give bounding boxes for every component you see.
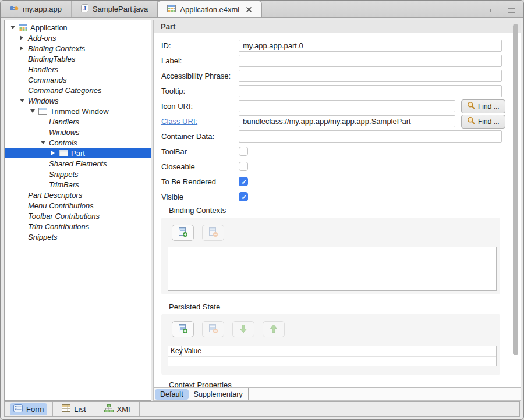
- tree-item-trim-contributions[interactable]: Trim Contributions: [5, 221, 151, 232]
- icon-uri-find-button[interactable]: Find ...: [461, 99, 505, 113]
- part-icon: [59, 150, 68, 156]
- visible-checkbox[interactable]: [239, 192, 248, 201]
- tree-item-menu-contributions[interactable]: Menu Contributions: [5, 200, 151, 211]
- closeable-checkbox-label: Closeable: [161, 162, 239, 171]
- tree-item-commands[interactable]: Commands: [5, 74, 151, 85]
- tree-item-tw-snippets[interactable]: Snippets: [5, 169, 151, 179]
- accessibility-phrase-input[interactable]: [239, 70, 502, 82]
- toolbar-checkbox-label: ToolBar: [161, 147, 239, 156]
- detail-title: Part: [154, 20, 521, 33]
- plugin-icon: [10, 4, 19, 14]
- chevron-down-icon[interactable]: [41, 141, 45, 144]
- page-tab-xmi[interactable]: XMI: [95, 402, 140, 416]
- page-tab-list[interactable]: List: [53, 402, 95, 416]
- binding-contexts-section: [161, 218, 500, 294]
- tree-item-application[interactable]: Application: [5, 22, 151, 33]
- to-be-rendered-checkbox-label: To Be Rendered: [161, 177, 239, 186]
- application-model-icon: [19, 24, 27, 31]
- arrow-up-icon: [270, 324, 278, 335]
- chevron-right-icon[interactable]: [20, 46, 23, 51]
- persisted-state-table: Key Value: [168, 346, 497, 366]
- container-data-input[interactable]: [239, 130, 502, 143]
- toolbar-checkbox[interactable]: [239, 147, 248, 156]
- table-header: Key Value: [168, 346, 496, 357]
- icon-uri-input[interactable]: [239, 100, 455, 112]
- maximize-icon[interactable]: [508, 6, 515, 13]
- persisted-state-title: Persisted State: [161, 302, 521, 312]
- label-input[interactable]: [239, 55, 502, 67]
- scrollbar-thumb[interactable]: [513, 24, 518, 355]
- table-row[interactable]: [168, 357, 496, 366]
- tree-item-shared-elements[interactable]: Shared Elements: [5, 158, 151, 169]
- container-data-label: Container Data:: [161, 132, 239, 141]
- tab-label: Application.e4xmi: [180, 5, 239, 14]
- label-label: Label:: [161, 56, 239, 65]
- application-model-icon: [167, 5, 176, 14]
- chevron-down-icon[interactable]: [10, 26, 15, 29]
- tree-item-bindingtables[interactable]: BindingTables: [5, 54, 151, 64]
- tree-item-part[interactable]: Part: [5, 148, 151, 158]
- visible-checkbox-label: Visible: [161, 193, 239, 201]
- tab-samplepart-java[interactable]: J SamplePart.java: [72, 1, 158, 17]
- chevron-right-icon[interactable]: [51, 151, 55, 155]
- context-properties-title: Context Properties: [161, 380, 521, 387]
- svg-text:J: J: [83, 5, 87, 12]
- chevron-down-icon[interactable]: [30, 109, 35, 113]
- tree-item-part-descriptors[interactable]: Part Descriptors: [5, 190, 151, 200]
- icon-uri-label: Icon URI:: [161, 102, 239, 111]
- minimize-icon[interactable]: [490, 9, 498, 12]
- class-uri-find-button[interactable]: Find ...: [461, 115, 505, 129]
- page-tab-label: XMI: [117, 405, 130, 414]
- to-be-rendered-checkbox[interactable]: [239, 177, 248, 186]
- binding-contexts-title: Binding Contexts: [161, 206, 521, 215]
- tree-item-trimbars[interactable]: TrimBars: [5, 179, 151, 190]
- tree-item-command-categories[interactable]: Command Categories: [5, 85, 151, 95]
- tree-item-add-ons[interactable]: Add-ons: [5, 33, 151, 43]
- tree-item-snippets[interactable]: Snippets: [5, 232, 151, 242]
- model-tree-panel: Application Add-ons Binding Contexts Bin…: [4, 20, 151, 401]
- binding-contexts-add-button[interactable]: [172, 225, 194, 241]
- tooltip-label: Tooltip:: [161, 87, 239, 95]
- detail-tab-bar: Default Supplementary: [154, 387, 521, 400]
- page-tab-label: List: [74, 405, 86, 414]
- class-uri-input[interactable]: [239, 115, 455, 127]
- closeable-checkbox[interactable]: [239, 162, 248, 171]
- form-icon: [13, 404, 23, 414]
- tree-item-trimmed-window[interactable]: Trimmed Window: [5, 106, 151, 116]
- class-uri-link[interactable]: Class URI:: [161, 117, 239, 126]
- persisted-state-move-down-button[interactable]: [232, 321, 254, 337]
- tab-application-e4xmi[interactable]: Application.e4xmi: [157, 1, 262, 17]
- close-icon[interactable]: [246, 6, 252, 13]
- magnifier-icon: [467, 101, 475, 111]
- window-controls: [490, 6, 515, 13]
- tab-default[interactable]: Default: [155, 389, 189, 400]
- page-tab-label: Form: [26, 405, 44, 414]
- remove-item-icon: [208, 323, 218, 336]
- tree-item-binding-contexts[interactable]: Binding Contexts: [5, 43, 151, 54]
- chevron-down-icon[interactable]: [20, 99, 24, 102]
- tab-supplementary[interactable]: Supplementary: [189, 388, 249, 400]
- part-form: ID: Label: Accessibility Phrase: Tooltip…: [154, 33, 521, 387]
- page-tab-form[interactable]: Form: [5, 402, 53, 416]
- key-column-header: Key: [168, 346, 182, 356]
- tree-item-toolbar-contributions[interactable]: Toolbar Contributions: [5, 211, 151, 221]
- tree-item-controls[interactable]: Controls: [5, 137, 151, 148]
- binding-contexts-remove-button[interactable]: [202, 225, 224, 241]
- tooltip-input[interactable]: [239, 85, 502, 97]
- tree-item-tw-handlers[interactable]: Handlers: [5, 116, 151, 127]
- tree-item-tw-windows[interactable]: Windows: [5, 127, 151, 137]
- xmi-tree-icon: [104, 404, 114, 414]
- id-input[interactable]: [239, 40, 502, 52]
- tab-label: SamplePart.java: [93, 5, 148, 13]
- tree-item-handlers[interactable]: Handlers: [5, 64, 151, 74]
- persisted-state-remove-button[interactable]: [202, 321, 224, 337]
- tree-item-windows[interactable]: Windows: [5, 95, 151, 106]
- persisted-state-add-button[interactable]: [172, 321, 194, 337]
- editor-page-tab-bar: Form List XMI: [4, 401, 520, 417]
- accessibility-phrase-label: Accessibility Phrase:: [161, 72, 239, 80]
- binding-contexts-list[interactable]: [168, 247, 497, 291]
- chevron-right-icon[interactable]: [20, 35, 23, 40]
- application-window: my.app.app J SamplePart.java Application…: [0, 0, 524, 420]
- tab-my-app-app[interactable]: my.app.app: [1, 1, 72, 17]
- persisted-state-move-up-button[interactable]: [263, 321, 285, 337]
